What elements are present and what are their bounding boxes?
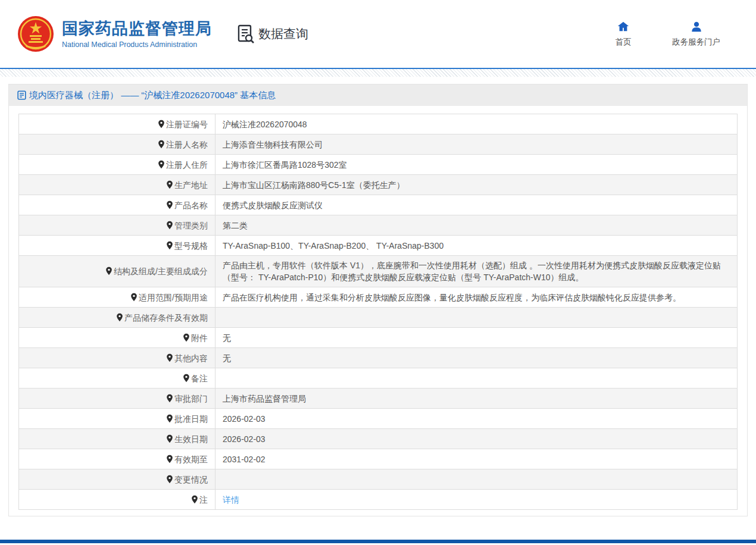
table-row: 管理类别 第二类 [19,215,738,236]
map-pin-icon [166,241,173,250]
row-label: 生产地址 [174,180,208,190]
table-row: 产品名称 便携式皮肤烟酸反应测试仪 [19,195,738,215]
map-pin-icon [158,140,165,149]
row-label: 注册证编号 [166,120,208,129]
table-row: 型号规格 TY-AraSnap-B100、TY-AraSnap-B200、 TY… [19,236,738,256]
row-value-cell: 2031-02-02 [215,449,738,469]
row-label: 结构及组成/主要组成成分 [114,267,208,276]
table-row: 批准日期 2026-02-03 [19,409,738,429]
table-row: 审批部门 上海市药品监督管理局 [19,389,738,409]
row-label-cell: 有效期至 [19,449,215,469]
registration-info-table: 注册证编号 沪械注准20262070048 注册人名称 上海添音生物科技有限公司… [18,114,738,510]
row-value-cell: 上海市药品监督管理局 [215,389,738,409]
row-label: 变更情况 [174,475,208,484]
section-title: 境内医疗器械（注册） —— “沪械注准20262070048” 基本信息 [29,90,276,101]
row-value-cell: 无 [215,348,738,368]
brand-text: 国家药品监督管理局 National Medical Products Admi… [62,19,212,48]
map-pin-icon [183,374,190,383]
map-pin-icon [166,394,173,403]
map-pin-icon [166,414,173,423]
row-value-cell: 第二类 [215,215,738,236]
row-label-cell: 产品储存条件及有效期 [19,308,215,328]
content-container: 境内医疗器械（注册） —— “沪械注准20262070048” 基本信息 注册证… [8,84,748,516]
table-row: 附件 无 [19,328,738,348]
map-pin-icon [166,455,173,463]
row-label-cell: 管理类别 [19,215,215,236]
row-label: 注 [199,495,208,505]
nav-portal-label: 政务服务门户 [672,37,720,48]
map-pin-icon [166,434,173,443]
row-label-cell: 注册人名称 [19,134,215,155]
map-pin-icon [158,160,165,169]
row-value-cell [215,469,738,490]
row-value-cell: 详情 [215,490,738,510]
table-row: 注册人住所 上海市徐汇区番禺路1028号302室 [19,155,738,175]
section-title-bar: 境内医疗器械（注册） —— “沪械注准20262070048” 基本信息 [9,84,747,106]
document-search-icon [237,24,255,43]
map-pin-icon [116,313,123,322]
user-icon [690,20,703,33]
row-value-cell: 2026-02-03 [215,409,738,429]
row-label: 批准日期 [174,414,208,424]
row-label-cell: 生产地址 [19,175,215,195]
table-row: 生效日期 2026-02-03 [19,429,738,449]
nav-home-label: 首页 [616,37,632,48]
org-name-cn: 国家药品监督管理局 [62,19,212,38]
row-label-cell: 变更情况 [19,469,215,490]
org-name-en: National Medical Products Administration [62,40,212,49]
table-row: 注 详情 [19,490,738,510]
row-value-cell: 上海添音生物科技有限公司 [215,134,738,155]
map-pin-icon [166,353,173,362]
table-row: 变更情况 [19,469,738,490]
table-row: 适用范围/预期用途 产品在医疗机构使用，通过采集和分析皮肤烟酸反应图像，量化皮肤… [19,287,738,308]
row-label: 适用范围/预期用途 [139,293,208,302]
row-label: 其他内容 [174,353,208,363]
row-value-cell: 产品由主机，专用软件（软件版本 V1），底座腕带和一次性使用耗材（选配）组成 。… [215,256,738,287]
info-table-body: 注册证编号 沪械注准20262070048 注册人名称 上海添音生物科技有限公司… [19,114,738,510]
row-label: 有效期至 [174,455,208,464]
map-pin-icon [166,201,173,209]
table-wrap: 注册证编号 沪械注准20262070048 注册人名称 上海添音生物科技有限公司… [9,106,747,516]
data-query-label: 数据查询 [258,26,308,42]
row-label-cell: 备注 [19,368,215,389]
header-nav: 首页 政务服务门户 [609,20,720,48]
row-label: 备注 [191,374,208,383]
row-value-cell: 便携式皮肤烟酸反应测试仪 [215,195,738,215]
detail-link[interactable]: 详情 [223,495,239,505]
map-pin-icon [183,333,190,342]
map-pin-icon [130,293,138,302]
table-row: 备注 [19,368,738,389]
row-label: 产品储存条件及有效期 [124,313,208,322]
hatched-divider [0,69,756,77]
map-pin-icon [158,120,165,129]
map-pin-icon [166,221,173,230]
row-label-cell: 批准日期 [19,409,215,429]
row-value-cell: 上海市徐汇区番禺路1028号302室 [215,155,738,175]
table-row: 其他内容 无 [19,348,738,368]
row-label: 管理类别 [174,221,208,230]
row-value-cell: 产品在医疗机构使用，通过采集和分析皮肤烟酸反应图像，量化皮肤烟酸反应程度，为临床… [215,287,738,308]
row-label: 产品名称 [174,201,208,210]
map-pin-icon [191,495,198,504]
home-icon [617,20,630,33]
row-label: 型号规格 [174,241,208,250]
footer-bar [0,540,756,543]
table-row: 产品储存条件及有效期 [19,308,738,328]
row-value-cell: 沪械注准20262070048 [215,114,738,134]
nav-home[interactable]: 首页 [609,20,638,48]
nav-portal[interactable]: 政务服务门户 [672,20,720,48]
row-label-cell: 适用范围/预期用途 [19,287,215,308]
row-label: 注册人住所 [166,160,208,170]
table-row: 结构及组成/主要组成成分 产品由主机，专用软件（软件版本 V1），底座腕带和一次… [19,256,738,287]
nmpa-brand[interactable]: 国家药品监督管理局 National Medical Products Admi… [17,15,212,53]
china-emblem-logo [17,15,55,53]
data-query-title[interactable]: 数据查询 [237,24,308,43]
row-value-cell: TY-AraSnap-B100、TY-AraSnap-B200、 TY-AraS… [215,236,738,256]
row-label-cell: 结构及组成/主要组成成分 [19,256,215,287]
site-header: 国家药品监督管理局 National Medical Products Admi… [0,0,756,69]
row-label-cell: 其他内容 [19,348,215,368]
map-pin-icon [166,180,173,189]
page: 国家药品监督管理局 National Medical Products Admi… [0,0,756,516]
row-label-cell: 附件 [19,328,215,348]
row-label-cell: 生效日期 [19,429,215,449]
